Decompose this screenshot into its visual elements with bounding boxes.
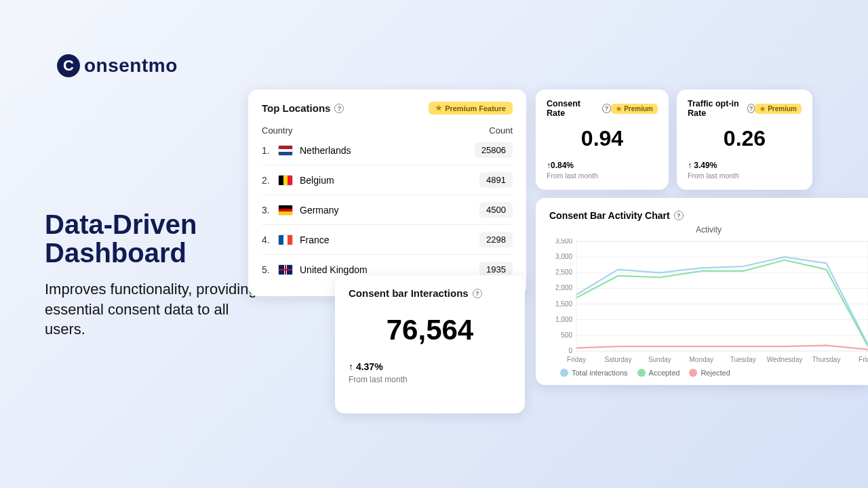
hero: Data-Driven Dashboard Improves functiona…	[45, 210, 262, 340]
help-icon[interactable]: ?	[747, 104, 755, 113]
row-country: Belgium	[300, 175, 334, 186]
legend-total: Total interactions	[560, 369, 628, 377]
col-country: Country	[262, 125, 293, 136]
flag-icon	[278, 235, 293, 245]
activity-chart: 05001,0001,5002,0002,5003,0003,500Friday…	[549, 239, 868, 365]
svg-text:Saturday: Saturday	[604, 356, 631, 363]
row-country: France	[300, 235, 330, 245]
flag-icon	[278, 264, 293, 275]
premium-badge: Premium	[611, 104, 658, 114]
chart-legend: Total interactions Accepted Rejected	[549, 369, 868, 377]
svg-rect-24	[576, 241, 868, 351]
row-country: Netherlands	[300, 145, 351, 156]
interactions-value: 76,564	[349, 314, 511, 346]
row-country: Germany	[300, 205, 339, 216]
svg-text:Thursday: Thursday	[812, 356, 841, 363]
row-rank: 5.	[262, 264, 271, 275]
premium-badge: Premium	[755, 104, 802, 114]
top-locations-title: Top Locations ?	[262, 102, 344, 114]
interactions-sub: From last month	[349, 375, 511, 384]
legend-accepted: Accepted	[637, 369, 680, 377]
svg-text:2,000: 2,000	[555, 284, 572, 291]
table-row: 1. Netherlands 25806	[262, 136, 513, 165]
traffic-rate-delta: ↑ 3.49%	[688, 161, 802, 170]
svg-text:Sunday: Sunday	[648, 356, 671, 363]
svg-text:1,000: 1,000	[555, 316, 572, 323]
legend-rejected: Rejected	[689, 369, 730, 377]
consent-rate-value: 0.94	[547, 126, 658, 151]
row-country: United Kingdom	[300, 264, 368, 275]
table-row: 2. Belgium 4891	[262, 165, 513, 195]
row-rank: 3.	[262, 205, 271, 216]
row-rank: 2.	[262, 175, 271, 186]
svg-text:2,500: 2,500	[555, 268, 572, 276]
consent-rate-card: Consent Rate ? Premium 0.94 ↑0.84% From …	[536, 89, 669, 190]
flag-icon	[278, 175, 293, 186]
activity-chart-subtitle: Activity	[549, 225, 868, 235]
row-rank: 4.	[262, 235, 271, 245]
svg-text:Monday: Monday	[689, 356, 713, 363]
activity-chart-card: Consent Bar Activity Chart ? Activity 05…	[536, 198, 868, 385]
svg-text:1,500: 1,500	[555, 300, 572, 308]
row-count: 4891	[479, 172, 513, 188]
svg-text:3,000: 3,000	[555, 253, 572, 260]
interactions-title: Consent bar Interactions ?	[349, 287, 511, 299]
svg-text:Friday: Friday	[859, 356, 868, 363]
svg-text:Wednesday: Wednesday	[767, 356, 803, 363]
consent-rate-delta: ↑0.84%	[547, 161, 658, 170]
activity-chart-title: Consent Bar Activity Chart ?	[549, 210, 868, 221]
traffic-rate-title: Traffic opt-in Rate ?	[688, 99, 755, 118]
table-row: 4. France 2298	[262, 225, 513, 255]
consent-rate-title: Consent Rate ?	[547, 99, 611, 118]
table-row: 3. Germany 4500	[262, 195, 513, 225]
svg-text:3,500: 3,500	[555, 239, 572, 245]
brand-logo: C onsentmo	[57, 54, 178, 77]
table-header: Country Count	[262, 125, 513, 136]
help-icon[interactable]: ?	[334, 104, 344, 113]
consent-rate-sub: From last month	[547, 171, 658, 180]
brand-mark: C	[57, 54, 80, 77]
top-locations-title-text: Top Locations	[262, 102, 330, 114]
traffic-rate-value: 0.26	[688, 126, 802, 151]
interactions-delta: ↑ 4.37%	[349, 361, 511, 372]
flag-icon	[278, 205, 293, 216]
row-count: 4500	[479, 202, 513, 218]
help-icon[interactable]: ?	[674, 211, 684, 220]
svg-text:Tuesday: Tuesday	[730, 356, 756, 363]
svg-text:0: 0	[568, 347, 572, 354]
top-locations-card: Top Locations ? Premium Feature Country …	[248, 89, 526, 296]
page-subtitle: Improves functionality, providing essent…	[45, 279, 262, 340]
help-icon[interactable]: ?	[473, 289, 482, 298]
help-icon[interactable]: ?	[602, 104, 612, 113]
traffic-rate-sub: From last month	[688, 171, 802, 180]
row-count: 2298	[479, 232, 513, 247]
brand-mark-letter: C	[63, 58, 74, 73]
interactions-card: Consent bar Interactions ? 76,564 ↑ 4.37…	[335, 275, 525, 413]
svg-text:500: 500	[561, 331, 572, 339]
page-title: Data-Driven Dashboard	[45, 210, 262, 267]
brand-name: onsentmo	[84, 55, 178, 77]
interactions-title-text: Consent bar Interactions	[349, 287, 469, 299]
svg-text:Friday: Friday	[567, 356, 586, 363]
col-count: Count	[489, 125, 513, 136]
row-rank: 1.	[262, 145, 271, 156]
row-count: 25806	[475, 142, 513, 158]
flag-icon	[278, 145, 293, 156]
traffic-rate-card: Traffic opt-in Rate ? Premium 0.26 ↑ 3.4…	[677, 89, 812, 190]
premium-badge: Premium Feature	[429, 102, 513, 115]
